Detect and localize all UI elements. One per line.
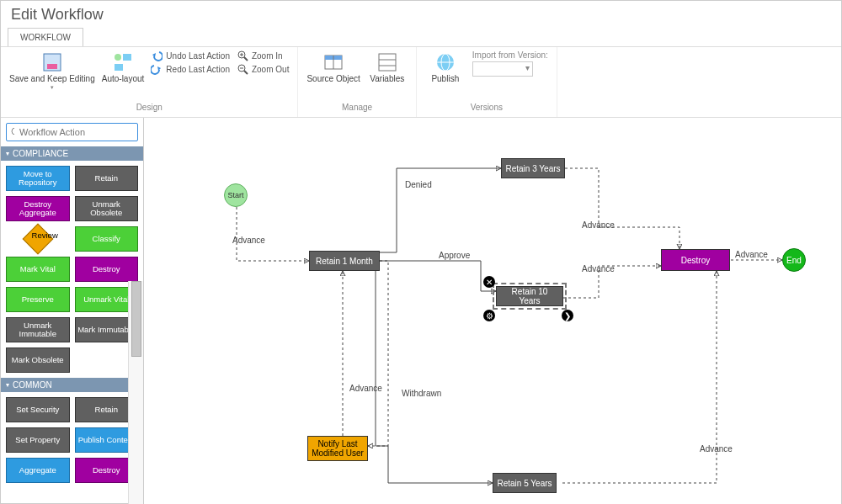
workflow-canvas[interactable]: Start Retain 1 Month Retain 3 Years Reta… [144,118,841,504]
palette-unmark-imm[interactable]: Unmark Immutable [6,317,70,342]
publish-button[interactable]: Publish [422,49,469,86]
palette-unmark-obs[interactable]: Unmark Obsolete [75,196,139,221]
redo-button[interactable]: Redo Last Action [147,62,233,76]
edge-label: Advance [232,236,265,245]
ribbon-group-manage: Manage [303,101,410,115]
svg-point-21 [12,128,14,135]
edge-label: Advance [582,264,615,273]
category-common[interactable]: COMMON [1,378,143,392]
node-notify[interactable]: Notify Last Modified User [307,436,368,461]
edge-label: Approve [439,251,470,260]
node-retain-3-years[interactable]: Retain 3 Years [501,158,565,178]
node-retain-5-years[interactable]: Retain 5 Years [493,473,557,493]
svg-rect-1 [47,64,57,69]
svg-point-2 [115,54,121,61]
edge-label: Withdrawn [402,389,441,398]
node-retain-1-month[interactable]: Retain 1 Month [309,251,380,271]
palette-aggregate[interactable]: Aggregate [6,458,70,483]
zoom-out-button[interactable]: Zoom Out [233,62,292,76]
palette-mark-vital[interactable]: Mark Vital [6,257,70,282]
node-next-icon[interactable]: ❯ [562,310,573,321]
table-icon [322,50,345,74]
ribbon: Save and Keep Editing ▾ Auto-layout Undo… [1,47,841,118]
redo-icon [151,63,163,75]
svg-rect-4 [115,64,123,71]
palette-mark-obs[interactable]: Mark Obsolete [6,347,70,373]
edge-label: Advance [700,444,733,454]
search-icon [10,126,14,138]
search-input[interactable] [18,126,137,138]
node-delete-icon[interactable]: ✕ [483,276,495,288]
palette-preserve[interactable]: Preserve [6,287,70,312]
undo-icon [151,50,163,61]
ribbon-group-design: Design [6,101,292,115]
edge-label: Advance [735,250,768,259]
variables-button[interactable]: Variables [364,49,411,86]
edge-label: Advance [582,220,615,230]
palette-classify[interactable]: Classify [75,226,139,252]
node-gear-icon[interactable]: ⚙ [483,310,495,321]
save-icon [40,50,64,74]
source-object-button[interactable]: Source Object [303,49,363,86]
search-field[interactable] [6,123,138,141]
svg-rect-3 [123,54,131,61]
node-start[interactable]: Start [224,183,248,207]
palette-move-repo[interactable]: Move to Repository [6,166,70,191]
node-retain-10-years[interactable]: Retain 10 Years [496,286,563,306]
publish-icon [434,50,457,74]
tabbar: WORKFLOW [1,25,841,47]
variables-icon [376,50,399,74]
palette-scrollbar[interactable] [128,281,143,504]
layout-icon [111,50,135,74]
page-title: Edit Workflow [1,1,841,25]
palette-destroy[interactable]: Destroy [75,257,139,282]
svg-line-10 [244,71,248,74]
zoom-in-icon [237,50,248,61]
import-version-dropdown[interactable] [472,61,533,77]
node-end[interactable]: End [782,248,806,272]
palette-retain[interactable]: Retain [75,166,139,191]
zoom-in-button[interactable]: Zoom In [233,49,292,62]
edge-label: Advance [349,384,382,393]
auto-layout-button[interactable]: Auto-layout [99,49,148,86]
category-compliance[interactable]: COMPLIANCE [1,146,143,161]
svg-line-6 [244,57,248,61]
zoom-out-icon [237,63,248,75]
node-destroy[interactable]: Destroy [661,249,730,271]
save-button[interactable]: Save and Keep Editing ▾ [6,49,99,93]
palette-review[interactable]: Review [6,226,70,252]
ribbon-group-versions: Versions [422,101,552,115]
palette-set-security[interactable]: Set Security [6,397,70,422]
palette-set-property[interactable]: Set Property [6,427,70,453]
import-label: Import from Version: [469,50,552,60]
palette-destroy-agg[interactable]: Destroy Aggregate [6,196,70,221]
action-palette: COMPLIANCE Move to Repository Retain Des… [1,118,144,504]
edge-label: Denied [405,180,432,189]
tab-workflow[interactable]: WORKFLOW [8,28,83,46]
svg-rect-15 [379,54,396,71]
undo-button[interactable]: Undo Last Action [147,49,233,62]
